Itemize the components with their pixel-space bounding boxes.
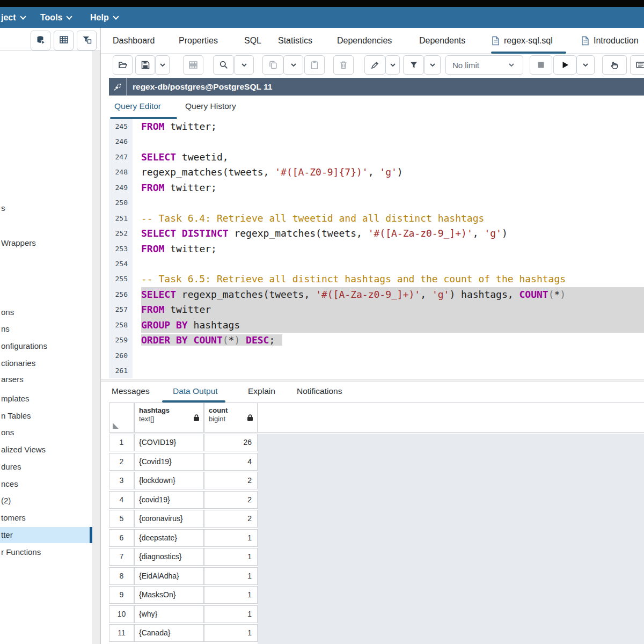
count-cell[interactable]: 1 — [204, 586, 258, 604]
count-cell[interactable]: 26 — [204, 434, 258, 451]
hashtags-cell[interactable]: {deepstate} — [134, 529, 204, 547]
filter-button[interactable] — [403, 55, 424, 75]
row-number-cell[interactable]: 7 — [109, 548, 134, 566]
panel-divider[interactable] — [100, 28, 101, 644]
row-number-cell[interactable]: 3 — [109, 472, 134, 489]
menu-item-tools[interactable]: Tools — [40, 7, 71, 28]
sidebar-item-ons[interactable]: ons — [0, 425, 92, 441]
tab-query-editor[interactable]: Query Editor — [114, 96, 161, 117]
hashtags-cell[interactable]: {MasksOn} — [134, 586, 204, 604]
column-header-count[interactable]: countbigint — [204, 402, 258, 433]
tree-scrollbar[interactable] — [92, 51, 100, 644]
dropdown-chevron-button[interactable] — [424, 55, 441, 75]
sidebar-item-rfunctions[interactable]: r Functions — [0, 544, 92, 560]
sidebar-item-s[interactable]: s — [0, 200, 92, 216]
hashtags-cell[interactable]: {EidAlAdha} — [134, 567, 204, 585]
tab-dashboard[interactable]: Dashboard — [113, 28, 155, 53]
sidebar-item-dures[interactable]: dures — [0, 459, 92, 475]
table-grid-button[interactable] — [54, 31, 74, 50]
column-header-hashtags[interactable]: hashtagstext[] — [134, 402, 204, 433]
tab-label: Properties — [179, 36, 218, 46]
tab-dependencies[interactable]: Dependencies — [337, 28, 392, 53]
hashtags-cell[interactable]: {lockdown} — [134, 472, 204, 489]
row-limit-select[interactable]: No limit — [445, 55, 523, 75]
sidebar-item-wrappers[interactable]: Wrappers — [0, 235, 92, 251]
sidebar-item-ntables[interactable]: n Tables — [0, 408, 92, 424]
tab-introduction[interactable]: Introduction — [581, 28, 639, 53]
row-number-cell[interactable]: 4 — [109, 491, 134, 509]
dropdown-chevron-button[interactable] — [576, 55, 595, 75]
hashtags-cell[interactable]: {coronavirus} — [134, 510, 204, 528]
dropdown-chevron-button[interactable] — [385, 55, 400, 75]
tab-sql[interactable]: SQL — [244, 28, 261, 53]
dropdown-chevron-button[interactable] — [234, 55, 254, 75]
hashtags-cell[interactable]: {why} — [134, 605, 204, 623]
database-stack-button[interactable] — [31, 31, 50, 50]
filter-funnel-box-button[interactable] — [77, 31, 97, 50]
tab-notifications[interactable]: Notifications — [297, 382, 342, 400]
count-cell[interactable]: 2 — [204, 491, 258, 509]
hand-button[interactable] — [602, 55, 627, 75]
save-data-grid-button[interactable] — [183, 55, 203, 75]
row-number-cell[interactable]: 10 — [109, 605, 134, 623]
play-button[interactable] — [553, 55, 576, 75]
tab-regex-sql-sql[interactable]: regex-sql.sql — [491, 28, 553, 53]
grid-select-all-corner[interactable] — [109, 402, 134, 433]
tab-dependents[interactable]: Dependents — [419, 28, 465, 53]
sidebar-item-nces[interactable]: nces — [0, 476, 92, 492]
hashtags-cell[interactable]: {Covid19} — [134, 453, 204, 471]
count-cell[interactable]: 1 — [204, 548, 258, 566]
sidebar-item-2[interactable]: (2) — [0, 493, 92, 509]
macro-button[interactable] — [630, 55, 644, 75]
sidebar-item-onfigurations[interactable]: onfigurations — [0, 338, 92, 354]
row-number-cell[interactable]: 6 — [109, 529, 134, 547]
count-cell[interactable]: 1 — [204, 567, 258, 585]
code-editor[interactable]: 245FROM twitter;246247SELECT tweetid,248… — [109, 119, 644, 379]
row-number-cell[interactable]: 1 — [109, 434, 134, 451]
paste-button[interactable] — [304, 55, 325, 75]
connection-status-icon[interactable] — [109, 78, 127, 96]
count-cell[interactable]: 1 — [204, 529, 258, 547]
sidebar-item-ns[interactable]: ns — [0, 321, 92, 337]
tab-messages[interactable]: Messages — [112, 382, 150, 400]
menu-item-help[interactable]: Help — [90, 7, 118, 28]
tab-properties[interactable]: Properties — [179, 28, 218, 53]
tab-query-history[interactable]: Query History — [185, 96, 236, 117]
save-button[interactable] — [135, 55, 155, 75]
row-number-cell[interactable]: 11 — [109, 624, 134, 642]
count-cell[interactable]: 1 — [204, 605, 258, 623]
count-cell[interactable]: 1 — [204, 624, 258, 642]
count-cell[interactable]: 4 — [204, 453, 258, 471]
tab-data-output[interactable]: Data Output — [173, 382, 218, 400]
sidebar-item-alizedviews[interactable]: alized Views — [0, 442, 92, 458]
sidebar-item-tomers[interactable]: tomers — [0, 510, 92, 526]
code-line-content: FROM twitter; — [141, 119, 644, 134]
row-number-cell[interactable]: 9 — [109, 586, 134, 604]
sidebar-item-tter[interactable]: tter — [0, 527, 92, 543]
dropdown-chevron-button[interactable] — [283, 55, 303, 75]
hashtags-cell[interactable]: {covid19} — [134, 491, 204, 509]
hashtags-cell[interactable]: {COVID19} — [134, 434, 204, 451]
search-button[interactable] — [213, 55, 234, 75]
row-number-cell[interactable]: 2 — [109, 453, 134, 471]
row-number-cell[interactable]: 5 — [109, 510, 134, 528]
edit-button[interactable] — [364, 55, 385, 75]
dropdown-chevron-button[interactable] — [155, 55, 170, 75]
count-cell[interactable]: 2 — [204, 472, 258, 489]
copy-button[interactable] — [262, 55, 283, 75]
menu-item-ject[interactable]: ject — [1, 7, 25, 28]
count-cell[interactable]: 2 — [204, 510, 258, 528]
tab-explain[interactable]: Explain — [248, 382, 275, 400]
tab-statistics[interactable]: Statistics — [278, 28, 312, 53]
delete-button[interactable] — [333, 55, 354, 75]
sidebar-item-mplates[interactable]: mplates — [0, 391, 92, 407]
hashtags-cell[interactable]: {diagnostics} — [134, 548, 204, 566]
stop-button[interactable] — [530, 55, 552, 75]
row-number-cell[interactable]: 8 — [109, 567, 134, 585]
hashtags-cell[interactable]: {Canada} — [134, 624, 204, 642]
browser-tree[interactable]: sWrappersonsnsonfigurationsctionariesars… — [0, 51, 101, 644]
sidebar-item-arsers[interactable]: arsers — [0, 371, 92, 387]
sidebar-item-ctionaries[interactable]: ctionaries — [0, 355, 92, 371]
sidebar-item-ons[interactable]: ons — [0, 304, 92, 320]
open-folder-button[interactable] — [113, 55, 133, 75]
